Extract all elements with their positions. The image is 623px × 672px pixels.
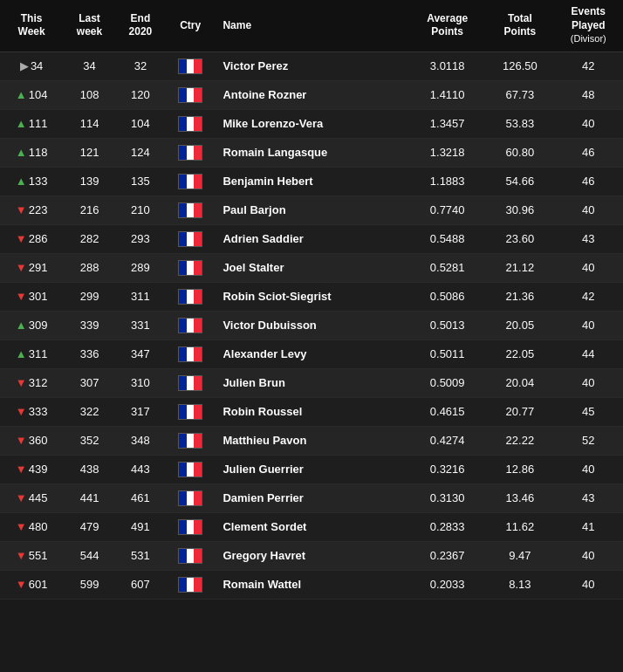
flag-icon [178,289,202,305]
rank-last-week: 352 [63,426,116,455]
country-flag [165,109,216,138]
table-row: ▼ 286 282 293 Adrien Saddier 0.5488 23.6… [0,224,623,253]
flag-icon [178,404,202,420]
rank-last-week: 121 [63,138,116,167]
flag-icon [178,462,202,477]
trend-up-icon: ▲ [16,117,27,130]
events-played: 40 [554,253,623,282]
table-row: ▼ 360 352 348 Matthieu Pavon 0.4274 22.2… [0,426,623,455]
events-played: 48 [554,80,623,109]
rank-this-week: ▼ 312 [0,368,63,397]
total-points: 21.36 [486,282,553,311]
player-name: Paul Barjon [216,195,408,224]
rankings-table: ThisWeek Lastweek End2020 Ctry Name Aver… [0,0,623,600]
trend-up-icon: ▲ [16,347,27,360]
rank-last-week: 34 [63,51,116,80]
rank-this-week: ▲ 133 [0,167,63,195]
events-played: 41 [554,512,623,541]
table-row: ▶ 34 34 32 Victor Perez 3.0118 126.50 42 [0,51,623,80]
avg-points: 0.5013 [408,311,486,339]
country-flag [165,51,216,80]
rank-last-week: 438 [63,455,116,483]
player-name: Robin Roussel [216,397,408,426]
total-points: 30.96 [486,195,553,224]
rank-end-2020: 607 [116,570,165,599]
events-played: 46 [554,167,623,195]
country-flag [165,80,216,109]
events-played: 40 [554,311,623,339]
rank-last-week: 307 [63,368,116,397]
rank-this-week: ▼ 601 [0,570,63,599]
rank-this-week: ▲ 311 [0,339,63,368]
player-name: Joel Stalter [216,253,408,282]
avg-points: 3.0118 [408,51,486,80]
rank-last-week: 108 [63,80,116,109]
rank-end-2020: 443 [116,455,165,483]
events-played: 42 [554,282,623,311]
total-points: 12.86 [486,455,553,483]
rank-end-2020: 317 [116,397,165,426]
total-points: 8.13 [486,570,553,599]
country-flag [165,455,216,483]
events-played: 43 [554,483,623,512]
flag-icon [178,433,202,449]
country-flag [165,512,216,541]
country-flag [165,426,216,455]
avg-points: 0.2367 [408,541,486,570]
rank-this-week: ▼ 445 [0,483,63,512]
trend-same-icon: ▶ [20,59,29,72]
col-avg-pts: AveragePoints [408,0,486,51]
total-points: 20.05 [486,311,553,339]
events-played: 40 [554,195,623,224]
trend-down-icon: ▼ [16,578,27,591]
rank-this-week: ▲ 309 [0,311,63,339]
flag-icon [178,231,202,247]
total-points: 22.22 [486,426,553,455]
trend-down-icon: ▼ [16,434,27,447]
table-row: ▲ 309 339 331 Victor Dubuisson 0.5013 20… [0,311,623,339]
rank-last-week: 336 [63,339,116,368]
events-played: 40 [554,455,623,483]
country-flag [165,253,216,282]
rank-last-week: 139 [63,167,116,195]
avg-points: 1.4110 [408,80,486,109]
rank-this-week: ▼ 360 [0,426,63,455]
rank-this-week: ▼ 439 [0,455,63,483]
rank-end-2020: 293 [116,224,165,253]
country-flag [165,339,216,368]
rank-this-week: ▼ 480 [0,512,63,541]
country-flag [165,282,216,311]
events-played: 40 [554,541,623,570]
table-row: ▲ 311 336 347 Alexander Levy 0.5011 22.0… [0,339,623,368]
flag-icon [178,87,202,103]
total-points: 11.62 [486,512,553,541]
country-flag [165,570,216,599]
flag-icon [178,490,202,506]
total-points: 126.50 [486,51,553,80]
flag-icon [178,174,202,189]
rank-end-2020: 120 [116,80,165,109]
rank-last-week: 479 [63,512,116,541]
flag-icon [178,202,202,218]
player-name: Victor Perez [216,51,408,80]
country-flag [165,311,216,339]
avg-points: 0.3216 [408,455,486,483]
country-flag [165,368,216,397]
table-row: ▼ 291 288 289 Joel Stalter 0.5281 21.12 … [0,253,623,282]
events-played: 43 [554,224,623,253]
rank-end-2020: 210 [116,195,165,224]
player-name: Julien Guerrier [216,455,408,483]
total-points: 22.05 [486,339,553,368]
rank-this-week: ▼ 301 [0,282,63,311]
avg-points: 1.1883 [408,167,486,195]
avg-points: 0.4615 [408,397,486,426]
rank-last-week: 114 [63,109,116,138]
country-flag [165,167,216,195]
rank-end-2020: 311 [116,282,165,311]
avg-points: 0.7740 [408,195,486,224]
rank-last-week: 288 [63,253,116,282]
trend-down-icon: ▼ [16,549,27,562]
total-points: 53.83 [486,109,553,138]
total-points: 23.60 [486,224,553,253]
table-row: ▼ 445 441 461 Damien Perrier 0.3130 13.4… [0,483,623,512]
